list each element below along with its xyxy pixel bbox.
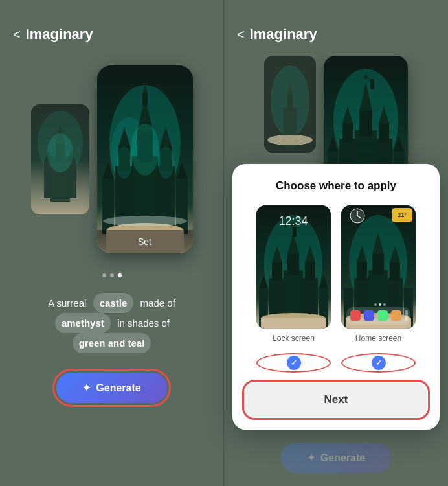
svg-rect-101 <box>350 310 361 321</box>
right-generate-area: ✦ Generate <box>281 436 391 473</box>
svg-point-9 <box>47 133 73 172</box>
home-check-icon: ✓ <box>375 358 382 367</box>
svg-rect-71 <box>305 262 315 281</box>
lock-screen-label: Lock screen <box>273 334 315 343</box>
home-screen-option[interactable]: 21° <box>341 205 416 343</box>
lock-screen-preview: 12:34 <box>256 205 331 329</box>
svg-rect-26 <box>176 179 188 234</box>
svg-point-33 <box>158 146 174 179</box>
svg-rect-103 <box>377 310 388 321</box>
lock-check-inner: ✓ <box>287 356 301 370</box>
preview-card-small-left[interactable] <box>31 104 89 214</box>
home-check-inner: ✓ <box>372 356 386 370</box>
svg-rect-45 <box>370 79 374 89</box>
svg-rect-48 <box>342 123 353 143</box>
home-check-circle[interactable]: ✓ <box>341 353 416 373</box>
right-carousel <box>237 56 435 177</box>
svg-point-108 <box>383 303 386 306</box>
right-header: < Imaginary <box>237 26 435 43</box>
screen-options: 12:34 Lock screen <box>245 205 427 343</box>
description-text: A surreal castle made of amethyst in sha… <box>48 293 175 353</box>
lock-screen-option[interactable]: 12:34 Lock screen <box>256 205 331 343</box>
check-row: ✓ ✓ <box>245 353 427 373</box>
svg-rect-89 <box>390 262 400 281</box>
svg-rect-63 <box>287 254 299 275</box>
right-generate-button[interactable]: ✦ Generate <box>281 443 391 473</box>
svg-rect-43 <box>359 111 372 137</box>
svg-point-32 <box>117 146 132 179</box>
desc-prefix: A surreal <box>48 297 86 308</box>
desc-tag-castle[interactable]: castle <box>93 293 134 313</box>
svg-rect-37 <box>287 95 293 111</box>
svg-text:12:34: 12:34 <box>278 214 308 227</box>
svg-rect-65 <box>293 227 297 237</box>
svg-rect-16 <box>142 93 148 106</box>
svg-point-30 <box>103 216 187 226</box>
modal-title: Choose where to apply <box>245 179 427 192</box>
lock-check-icon: ✓ <box>291 358 297 367</box>
dot-2[interactable] <box>110 273 114 277</box>
right-preview-main <box>324 56 408 177</box>
right-back-button[interactable]: < <box>237 27 245 42</box>
svg-rect-78 <box>261 318 326 329</box>
svg-rect-68 <box>272 262 282 281</box>
svg-rect-51 <box>379 123 389 143</box>
svg-point-31 <box>131 124 159 176</box>
svg-point-106 <box>374 303 377 306</box>
svg-text:21°: 21° <box>398 212 407 218</box>
svg-rect-24 <box>102 179 114 234</box>
right-preview-small <box>264 56 316 153</box>
right-title: Imaginary <box>250 26 317 43</box>
choose-modal: Choose where to apply <box>232 164 440 430</box>
dot-1[interactable] <box>102 273 106 277</box>
desc-tag-green-teal[interactable]: green and teal <box>73 333 151 353</box>
svg-rect-83 <box>372 254 384 275</box>
carousel-dots <box>102 273 122 277</box>
right-generate-label: Generate <box>320 452 365 464</box>
home-screen-label: Home screen <box>355 334 401 343</box>
svg-rect-102 <box>364 310 374 321</box>
desc-middle2: in shades of <box>117 318 170 329</box>
next-button[interactable]: Next <box>245 383 427 417</box>
left-back-button[interactable]: < <box>13 27 21 42</box>
home-screen-preview: 21° <box>341 205 416 329</box>
set-label[interactable]: Set <box>97 230 193 253</box>
generate-label: Generate <box>96 382 140 394</box>
desc-middle1: made of <box>140 297 175 308</box>
svg-rect-105 <box>405 310 408 321</box>
svg-rect-86 <box>357 262 367 281</box>
generate-button[interactable]: ✦ Generate <box>56 373 166 403</box>
left-carousel: Set <box>13 56 210 263</box>
sparkle-icon: ✦ <box>82 382 91 394</box>
lock-check-circle[interactable]: ✓ <box>256 353 331 373</box>
svg-point-39 <box>267 135 313 145</box>
right-sparkle-icon: ✦ <box>307 452 315 464</box>
preview-card-main[interactable]: Set <box>97 65 193 253</box>
right-panel: < Imaginary <box>224 0 448 486</box>
svg-rect-104 <box>391 310 401 321</box>
svg-point-107 <box>379 303 381 306</box>
desc-tag-amethyst[interactable]: amethyst <box>55 313 111 333</box>
left-title: Imaginary <box>26 26 93 43</box>
left-header: < Imaginary <box>13 26 210 43</box>
dot-3[interactable] <box>118 273 122 277</box>
left-panel: < Imaginary <box>0 0 223 486</box>
